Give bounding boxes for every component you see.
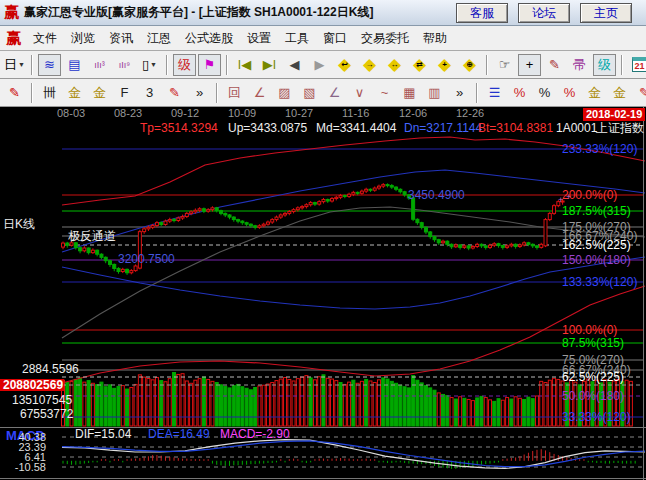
- candle-body: [365, 189, 368, 191]
- diamond-arrow-icon: ↩: [341, 60, 348, 69]
- gann-tool-icon[interactable]: 级: [173, 54, 196, 76]
- macd-dea-line: [62, 441, 645, 467]
- candle-body: [510, 244, 513, 246]
- menu-文件[interactable]: 文件: [26, 27, 64, 50]
- icon-glyph: ≋: [44, 57, 55, 72]
- percent-icon[interactable]: %: [533, 82, 556, 104]
- candle-body: [126, 269, 129, 272]
- candle-body: [190, 212, 193, 214]
- more-tools-1[interactable]: »: [188, 82, 211, 104]
- menu-工具[interactable]: 工具: [278, 27, 316, 50]
- volume-bar: [83, 382, 86, 426]
- volume-bar: [501, 400, 504, 426]
- scale-value: 135107545: [12, 394, 72, 406]
- title-button-2[interactable]: 主页: [580, 3, 632, 23]
- fan-lines-icon[interactable]: ∠: [248, 82, 271, 104]
- info-panel-icon[interactable]: ▤: [63, 54, 86, 76]
- f-grid-icon[interactable]: F: [113, 82, 136, 104]
- channel-info-value: Tp=3514.3294: [140, 122, 218, 134]
- pan-right-diamond-icon[interactable]: ◆→: [358, 54, 381, 76]
- menu-公式选股[interactable]: 公式选股: [178, 27, 240, 50]
- expand-all-diamond-icon[interactable]: ◆⊕: [458, 54, 481, 76]
- volume-bar: [527, 397, 530, 426]
- percent-line-icon[interactable]: %: [508, 82, 531, 104]
- icon-glyph: 级: [178, 56, 191, 74]
- menu-设置[interactable]: 设置: [240, 27, 278, 50]
- check-line-icon[interactable]: ∨: [348, 82, 371, 104]
- kline-style-dropdown[interactable]: ▯▼: [138, 54, 161, 76]
- volume-bar: [275, 381, 278, 426]
- box-lines-icon[interactable]: 回: [223, 82, 246, 104]
- gold-lines-icon[interactable]: 金: [608, 82, 631, 104]
- fan-box-1-icon[interactable]: ▨: [273, 82, 296, 104]
- candle-body: [87, 248, 90, 253]
- candle-body: [296, 208, 299, 210]
- date-tick-label: 09-12: [171, 108, 199, 119]
- broom-tool-icon[interactable]: 帚: [568, 54, 591, 76]
- grid-arrow-icon[interactable]: ▥: [423, 82, 446, 104]
- pen-flag-icon[interactable]: ✎: [633, 82, 646, 104]
- expand-h-diamond-icon[interactable]: ◆↔: [383, 54, 406, 76]
- volume-bar: [147, 378, 150, 426]
- channel-info-value: Dn=3217.1144: [404, 122, 482, 134]
- candle-body: [104, 257, 107, 260]
- gold-grid-large-icon[interactable]: 金: [88, 82, 111, 104]
- first-page-icon[interactable]: ǀ◀: [233, 54, 256, 76]
- next-icon[interactable]: ▶: [308, 54, 331, 76]
- candle-body: [258, 226, 261, 228]
- icon-glyph: +: [526, 57, 534, 72]
- calendar-icon[interactable]: 21: [628, 54, 646, 76]
- bars-9min-icon[interactable]: ıIı⁹: [113, 54, 136, 76]
- crosshair-icon[interactable]: +: [518, 54, 541, 76]
- menu-浏览[interactable]: 浏览: [64, 27, 102, 50]
- title-button-0[interactable]: 客服: [456, 3, 508, 23]
- bars-3min-icon[interactable]: ıIı³: [88, 54, 111, 76]
- menu-交易委托[interactable]: 交易委托: [354, 27, 416, 50]
- three-grid-icon[interactable]: 3: [138, 82, 161, 104]
- candle-body: [318, 202, 321, 204]
- center-diamond-icon[interactable]: ◆+: [433, 54, 456, 76]
- fan-box-2-icon[interactable]: ▧: [298, 82, 321, 104]
- window-title: 赢家江恩专业版[赢家服务平台] - [上证指数 SH1A0001-122日K线]: [24, 4, 373, 21]
- candle-body: [352, 192, 355, 194]
- wave-line-icon[interactable]: ~: [373, 82, 396, 104]
- volume-bar: [518, 398, 521, 426]
- volume-bar: [185, 381, 188, 426]
- trend-wave-icon[interactable]: ≋: [38, 54, 61, 76]
- icon-glyph: 帚: [573, 56, 586, 74]
- percent-under-icon[interactable]: %: [558, 82, 581, 104]
- icon-glyph: %: [539, 85, 551, 100]
- red-marker-icon[interactable]: ✎: [3, 82, 26, 104]
- candle-body: [476, 244, 479, 246]
- menu-资讯[interactable]: 资讯: [102, 27, 140, 50]
- volume-bar: [134, 384, 137, 426]
- grid-dense-icon[interactable]: ▦: [398, 82, 421, 104]
- title-button-1[interactable]: 论坛: [518, 3, 570, 23]
- candle-body: [382, 185, 385, 187]
- more-tools-2[interactable]: »: [448, 82, 471, 104]
- menu-江恩[interactable]: 江恩: [140, 27, 178, 50]
- hand-tool-icon[interactable]: ☞: [493, 54, 516, 76]
- menu-窗口[interactable]: 窗口: [316, 27, 354, 50]
- marker-grid-icon[interactable]: ✎: [163, 82, 186, 104]
- volume-bar: [352, 380, 355, 426]
- menu-帮助[interactable]: 帮助: [416, 27, 454, 50]
- period-day-dropdown[interactable]: 日▼: [3, 54, 26, 76]
- chart-area[interactable]: 日K线 极反通道 MACD 08-0308-2309-1210-0910-271…: [0, 107, 646, 480]
- gann-grid-icon[interactable]: 卌: [38, 82, 61, 104]
- volume-bar: [262, 385, 265, 426]
- scale-ticks-icon[interactable]: ☰: [483, 82, 506, 104]
- zoom-back-diamond-icon[interactable]: ◆↩: [333, 54, 356, 76]
- last-page-icon[interactable]: ▶ǀ: [258, 54, 281, 76]
- gold-circle-icon[interactable]: 金: [583, 82, 606, 104]
- channel-name-label: 极反通道: [68, 230, 116, 242]
- angle-lines-icon[interactable]: ∠: [323, 82, 346, 104]
- erase-pen-icon[interactable]: ✎: [543, 54, 566, 76]
- volume-bar: [442, 394, 445, 426]
- color-flag-icon[interactable]: ⚑: [198, 54, 221, 76]
- prev-icon[interactable]: ◀: [283, 54, 306, 76]
- swap-diamond-icon[interactable]: ◆⇄: [408, 54, 431, 76]
- gold-grid-small-icon[interactable]: 金: [63, 82, 86, 104]
- kline-chart-canvas[interactable]: [0, 107, 646, 480]
- cycle-tool-icon[interactable]: 级: [593, 54, 616, 76]
